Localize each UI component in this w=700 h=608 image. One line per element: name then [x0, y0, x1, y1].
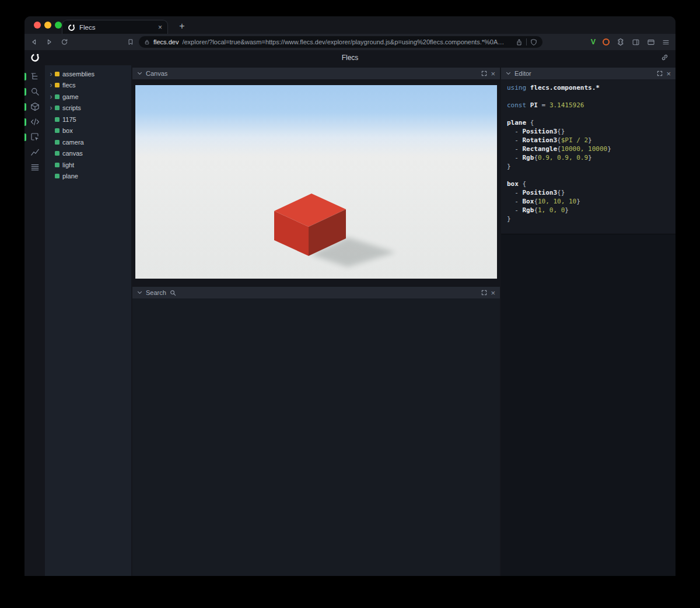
chevron-right-icon: › [48, 104, 54, 111]
editor-panel-body [501, 234, 676, 576]
shield-icon[interactable] [530, 38, 537, 46]
toolbar-extensions: V [591, 34, 670, 50]
reload-icon[interactable] [61, 38, 68, 46]
entity-color-square [55, 106, 60, 110]
tree-item-1175[interactable]: 1175 [45, 114, 131, 125]
editor-panel-title: Editor [514, 70, 531, 77]
tab-strip: Flecs × + [24, 16, 676, 34]
entity-color-square [55, 163, 60, 167]
forward-button[interactable] [46, 38, 53, 46]
tab-title: Flecs [79, 24, 154, 31]
share-link-icon[interactable] [661, 54, 668, 61]
search-panel-header: Search × [132, 287, 500, 298]
code-line: } [507, 162, 676, 171]
search-icon[interactable] [24, 84, 45, 99]
code-area[interactable]: using flecs.components.* const PI = 3.14… [501, 79, 676, 234]
code-line: using flecs.components.* [507, 83, 676, 92]
new-tab-button[interactable]: + [175, 19, 189, 33]
canvas-panel-title: Canvas [146, 70, 167, 77]
code-line: - Position3{} [507, 127, 676, 136]
url-path: /explorer/?local=true&wasm=https://www.f… [182, 38, 512, 45]
code-line: - Position3{} [507, 188, 676, 197]
chevron-down-icon[interactable] [137, 72, 142, 75]
tree-item-label: box [62, 127, 73, 134]
code-line: box { [507, 180, 676, 188]
code-line [507, 92, 676, 101]
tree-item-scripts[interactable]: ›scripts [45, 103, 131, 114]
expand-icon[interactable] [481, 290, 487, 296]
address-bar[interactable]: flecs.dev /explorer/?local=true&wasm=htt… [139, 36, 542, 48]
tree-item-assemblies[interactable]: ›assemblies [45, 68, 131, 80]
inspect-icon[interactable] [24, 129, 45, 145]
browser-toolbar: flecs.dev /explorer/?local=true&wasm=htt… [24, 34, 676, 50]
search-panel-body[interactable] [132, 298, 500, 576]
code-line: - Box{10, 10, 10} [507, 197, 676, 206]
chevron-right-icon: › [48, 82, 54, 89]
tree-item-plane[interactable]: plane [45, 171, 131, 182]
search-magnifier-icon [170, 290, 176, 296]
tree-item-game[interactable]: ›game [45, 91, 131, 103]
window-zoom-button[interactable] [55, 22, 62, 29]
editor-column: Editor × using flecs.components.* const … [501, 65, 676, 576]
code-line: } [507, 215, 676, 223]
entity-color-square [55, 174, 60, 178]
close-icon[interactable]: × [491, 70, 495, 78]
tree-item-camera[interactable]: camera [45, 136, 131, 148]
desktop-background: Flecs × + flecs.dev /explorer/?local=tru… [0, 0, 700, 608]
entity-tree-icon[interactable] [24, 69, 45, 84]
close-icon[interactable]: × [666, 70, 671, 78]
entity-color-square [55, 128, 60, 133]
v-extension-icon[interactable]: V [591, 38, 596, 46]
expand-icon[interactable] [481, 71, 487, 76]
chevron-right-icon: › [48, 71, 54, 78]
window-minimize-button[interactable] [44, 22, 51, 29]
toolbar-divider [526, 38, 527, 45]
tree-item-flecs[interactable]: ›flecs [45, 80, 131, 92]
explorer-content: ›assemblies›flecs›game›scripts1175boxcam… [24, 65, 676, 576]
tab-close-icon[interactable]: × [158, 24, 162, 31]
editor-panel-header: Editor × [501, 68, 676, 79]
search-panel-title: Search [146, 289, 166, 296]
share-icon[interactable] [516, 38, 523, 46]
entity-color-square [55, 83, 60, 87]
page-title: Flecs [24, 50, 676, 65]
bookmark-icon[interactable] [127, 38, 134, 46]
entity-color-square [55, 72, 60, 76]
canvas-3d-viewport[interactable] [135, 85, 497, 279]
code-line [507, 171, 676, 180]
tree-item-label: assemblies [62, 71, 94, 78]
chart-icon[interactable] [24, 145, 45, 160]
chevron-down-icon[interactable] [506, 72, 511, 75]
code-icon[interactable] [24, 114, 45, 129]
tree-item-label: scripts [62, 104, 81, 111]
code-line: const PI = 3.1415926 [507, 101, 676, 110]
entity-color-square [55, 140, 60, 145]
tree-item-label: camera [62, 139, 84, 146]
window-close-button[interactable] [34, 22, 41, 29]
close-icon[interactable]: × [491, 289, 495, 297]
chevron-down-icon[interactable] [137, 291, 142, 294]
tree-item-box[interactable]: box [45, 125, 131, 137]
sidebar-panel-icon[interactable] [632, 38, 640, 46]
tree-item-label: game [62, 93, 79, 100]
app-header: Flecs [24, 50, 676, 65]
rows-icon[interactable] [24, 160, 45, 175]
code-line [507, 110, 676, 118]
code-line: plane { [507, 118, 676, 127]
menu-icon[interactable] [662, 38, 670, 46]
flecs-favicon-icon [68, 24, 75, 31]
expand-icon[interactable] [657, 71, 663, 76]
browser-tab[interactable]: Flecs × [62, 20, 168, 34]
entity-color-square [55, 117, 60, 122]
back-button[interactable] [30, 38, 38, 46]
orange-extension-icon[interactable] [603, 38, 610, 45]
tree-item-canvas[interactable]: canvas [45, 148, 131, 160]
entity-color-square [55, 151, 60, 156]
tree-item-label: canvas [62, 150, 83, 157]
extensions-puzzle-icon[interactable] [617, 38, 625, 46]
wallet-card-icon[interactable] [647, 38, 655, 46]
canvas-panel-header: Canvas × [132, 68, 500, 79]
code-line: - Rgb{1, 0, 0} [507, 206, 676, 215]
tree-item-light[interactable]: light [45, 159, 131, 171]
cube-icon[interactable] [24, 99, 45, 114]
